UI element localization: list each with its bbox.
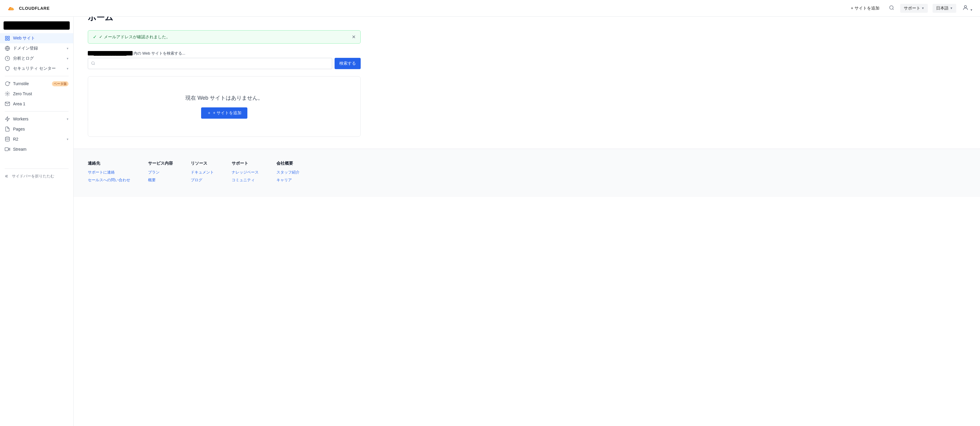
sidebar-item-label-pages: Pages (13, 127, 68, 132)
add-site-button[interactable]: + サイトを追加 (847, 4, 883, 13)
sidebar-item-websites[interactable]: Web サイト (0, 33, 73, 43)
svg-rect-5 (8, 39, 10, 40)
footer: 連絡先 サポートに連絡 セールスへの問い合わせ サービス内容 プラン 概要 リソ… (73, 149, 980, 197)
user-button[interactable]: ▼ (961, 3, 974, 13)
divider-3 (5, 168, 68, 169)
alert-message: ✓ ✓ メールアドレスが確認されました。 (93, 34, 170, 40)
sidebar-item-analytics[interactable]: 分析とログ ▾ (0, 53, 73, 64)
footer-col-resources: リソース ドキュメント ブログ (191, 161, 214, 185)
user-icon (962, 5, 969, 11)
footer-col-heading-contact: 連絡先 (88, 161, 130, 166)
sidebar-item-workers[interactable]: Workers ▾ (0, 114, 73, 124)
main-content: ホーム ✓ ✓ メールアドレスが確認されました。 ✕ ████████████ … (73, 0, 980, 149)
footer-col-company: 会社概要 スタッフ紹介 キャリア (277, 161, 299, 185)
analytics-arrow-icon: ▾ (67, 57, 68, 60)
sidebar-item-area1[interactable]: Area 1 (0, 99, 73, 109)
footer-link-blog[interactable]: ブログ (191, 177, 214, 183)
footer-col-heading-resources: リソース (191, 161, 214, 166)
mail-icon (5, 101, 10, 106)
footer-link-sales-contact[interactable]: セールスへの問い合わせ (88, 177, 130, 183)
search-input-icon (91, 61, 95, 66)
collapse-icon (5, 174, 10, 179)
search-icon (889, 5, 894, 10)
account-selector[interactable] (3, 21, 70, 30)
sidebar-item-label-security: セキュリティ センター (13, 66, 64, 71)
account-name-redacted: ████████████ (88, 51, 133, 56)
svg-point-0 (889, 6, 893, 9)
footer-link-knowledge-base[interactable]: ナレッジベース (232, 170, 259, 175)
svg-marker-10 (5, 117, 10, 121)
language-button[interactable]: 日本語 ▼ (932, 4, 956, 13)
svg-rect-4 (5, 39, 7, 40)
header: CLOUDFLARE + サイトを追加 サポート ▼ 日本語 ▼ ▼ (0, 0, 980, 17)
sidebar-item-turnstile[interactable]: Turnstile ベータ版 (0, 79, 73, 89)
zerotrust-icon (5, 91, 10, 96)
r2-icon (5, 137, 10, 142)
logo-text: CLOUDFLARE (19, 6, 49, 11)
header-actions: + サイトを追加 サポート ▼ 日本語 ▼ ▼ (847, 3, 974, 13)
workers-icon (5, 116, 10, 122)
sidebar-item-pages[interactable]: Pages (0, 124, 73, 134)
footer-col-heading-services: サービス内容 (148, 161, 173, 166)
stream-icon (5, 146, 10, 152)
globe-icon (5, 46, 10, 51)
language-arrow-icon: ▼ (950, 6, 953, 10)
sidebar-item-security[interactable]: セキュリティ センター ▾ (0, 64, 73, 73)
sidebar-item-domain[interactable]: ドメイン登録 ▾ (0, 43, 73, 53)
sidebar-item-label-zerotrust: Zero Trust (13, 91, 68, 96)
footer-link-plans[interactable]: プラン (148, 170, 173, 175)
plus-icon: ＋ (207, 110, 211, 116)
turnstile-icon (5, 81, 10, 86)
sidebar-item-label-domain: ドメイン登録 (13, 46, 64, 51)
sidebar-item-label-area1: Area 1 (13, 102, 68, 106)
alert-close-button[interactable]: ✕ (352, 34, 356, 40)
domain-arrow-icon: ▾ (67, 46, 68, 51)
search-section: ████████████ 内の Web サイトを検索する... 検索する (88, 51, 361, 69)
search-row: 検索する (88, 58, 361, 69)
pages-icon (5, 126, 10, 132)
logo[interactable]: CLOUDFLARE (6, 5, 49, 11)
grid-icon (5, 36, 10, 41)
search-button[interactable]: 検索する (334, 58, 361, 69)
support-label: サポート (904, 6, 920, 11)
footer-link-community[interactable]: コミュニティ (232, 177, 259, 183)
svg-point-8 (7, 93, 8, 95)
r2-arrow-icon: ▾ (67, 137, 68, 141)
collapse-label: サイドバーを折りたたむ (12, 173, 54, 179)
empty-state-text: 現在 Web サイトはありません。 (100, 94, 348, 102)
sidebar-item-label-websites: Web サイト (13, 36, 68, 41)
turnstile-badge: ベータ版 (52, 81, 68, 86)
chart-icon (5, 56, 10, 61)
footer-columns: 連絡先 サポートに連絡 セールスへの問い合わせ サービス内容 プラン 概要 リソ… (88, 161, 966, 185)
footer-link-careers[interactable]: キャリア (277, 177, 299, 183)
shield-icon (5, 66, 10, 71)
footer-col-services: サービス内容 プラン 概要 (148, 161, 173, 185)
search-label: ████████████ 内の Web サイトを検索する... (88, 51, 361, 56)
svg-point-1 (964, 6, 967, 8)
add-site-button-empty[interactable]: ＋ + サイトを追加 (201, 107, 247, 119)
footer-link-docs[interactable]: ドキュメント (191, 170, 214, 175)
svg-rect-3 (8, 36, 10, 38)
language-label: 日本語 (936, 6, 948, 11)
collapse-sidebar-button[interactable]: サイドバーを折りたたむ (0, 171, 73, 181)
sidebar-item-stream[interactable]: Stream (0, 144, 73, 154)
footer-col-heading-company: 会社概要 (277, 161, 299, 166)
user-arrow-icon: ▼ (970, 8, 973, 11)
footer-col-contact: 連絡先 サポートに連絡 セールスへの問い合わせ (88, 161, 130, 185)
success-alert: ✓ ✓ メールアドレスが確認されました。 ✕ (88, 30, 361, 44)
cloudflare-logo-icon (6, 5, 17, 11)
search-input[interactable] (97, 61, 329, 66)
sidebar-item-zerotrust[interactable]: Zero Trust (0, 89, 73, 99)
support-arrow-icon: ▼ (921, 6, 924, 10)
footer-link-overview[interactable]: 概要 (148, 177, 173, 183)
sidebar-item-label-analytics: 分析とログ (13, 56, 64, 61)
sidebar-item-r2[interactable]: R2 ▾ (0, 134, 73, 144)
sidebar-item-label-workers: Workers (13, 117, 64, 121)
footer-link-staff[interactable]: スタッフ紹介 (277, 170, 299, 175)
support-button[interactable]: サポート ▼ (900, 4, 928, 13)
svg-rect-2 (5, 36, 7, 38)
svg-point-13 (92, 61, 94, 64)
search-button[interactable] (888, 4, 896, 13)
security-arrow-icon: ▾ (67, 67, 68, 71)
footer-link-support-contact[interactable]: サポートに連絡 (88, 170, 130, 175)
